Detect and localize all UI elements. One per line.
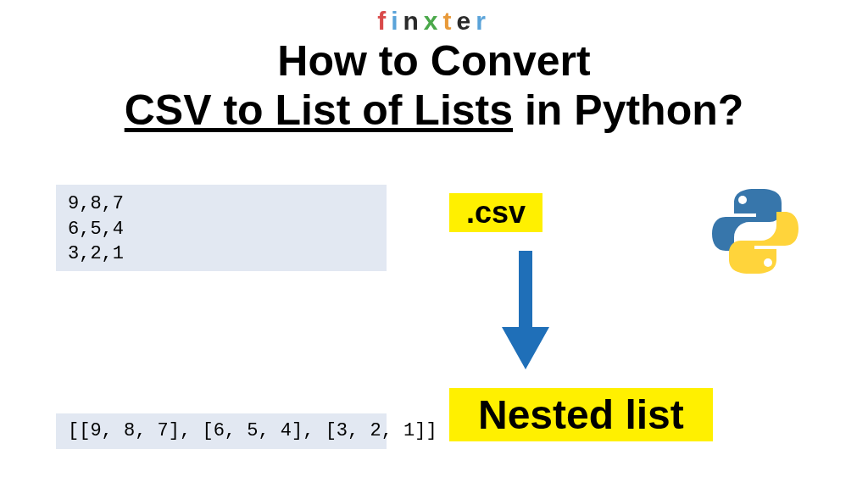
down-arrow-icon xyxy=(502,251,549,373)
logo-letter-x: x xyxy=(424,7,443,35)
logo-letter-e: e xyxy=(456,7,476,35)
svg-point-0 xyxy=(738,196,747,204)
logo-letter-n: n xyxy=(403,7,423,35)
logo-letter-f: f xyxy=(377,7,391,35)
title-underlined: CSV to List of Lists xyxy=(125,86,513,134)
nested-list-label: Nested list xyxy=(449,388,713,441)
nested-list-code-box: [[9, 8, 7], [6, 5, 4], [3, 2, 1]] xyxy=(56,413,387,449)
title-line1: How to Convert xyxy=(277,37,590,85)
logo-letter-r: r xyxy=(476,7,491,35)
python-logo-icon xyxy=(709,185,802,281)
logo-letter-t: t xyxy=(442,7,456,35)
title-tail: in Python? xyxy=(513,86,743,134)
svg-point-1 xyxy=(764,258,772,267)
logo-letter-i: i xyxy=(391,7,403,35)
finxter-logo: finxter xyxy=(377,7,491,36)
csv-code-box: 9,8,7 6,5,4 3,2,1 xyxy=(56,185,387,271)
page-title: How to Convert CSV to List of Lists in P… xyxy=(0,37,868,135)
csv-label: .csv xyxy=(449,193,542,232)
